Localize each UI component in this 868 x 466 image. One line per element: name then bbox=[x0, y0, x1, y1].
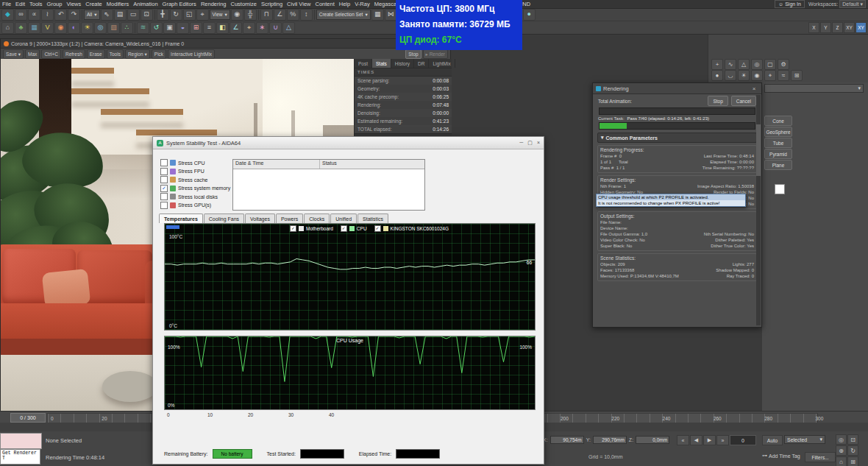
maximize-icon[interactable]: ▢ bbox=[527, 140, 533, 146]
previous-frame-button[interactable]: ◀ bbox=[690, 435, 702, 445]
select-and-rotate-icon[interactable]: ↻ bbox=[170, 9, 182, 21]
aida-tab-unified[interactable]: Unified bbox=[330, 213, 357, 223]
checkbox-stress-system-memory[interactable]: ✓Stress system memory bbox=[160, 185, 230, 192]
menu-civil-view[interactable]: Civil View bbox=[285, 1, 313, 7]
display-tab-icon[interactable]: ▢ bbox=[764, 59, 776, 70]
stop-button[interactable]: Stop bbox=[708, 96, 728, 106]
menu-scripting[interactable]: Scripting bbox=[259, 1, 285, 7]
vfb-tab-post[interactable]: Post bbox=[355, 59, 372, 68]
optimize-tool-icon[interactable]: △ bbox=[282, 22, 295, 34]
menu-help[interactable]: Help bbox=[337, 1, 352, 7]
menu-tools[interactable]: Tools bbox=[27, 1, 45, 7]
motion-tab-icon[interactable]: ◎ bbox=[751, 59, 763, 70]
vfb-stop-button[interactable]: Stop bbox=[405, 49, 421, 59]
aida-tab-voltages[interactable]: Voltages bbox=[245, 213, 275, 223]
vfb-erase-button[interactable]: Erase bbox=[87, 49, 105, 59]
rectangular-selection-icon[interactable]: ▭ bbox=[127, 9, 140, 21]
turbosmooth-icon[interactable]: ◒ bbox=[177, 22, 189, 34]
menu-file[interactable]: File bbox=[0, 1, 13, 7]
select-and-manipulate-icon[interactable]: ╬ bbox=[244, 9, 257, 21]
vfb-render-button[interactable]: ▸ Render bbox=[423, 49, 448, 59]
close-icon[interactable]: × bbox=[750, 85, 758, 92]
vray-menu-icon[interactable]: V bbox=[41, 22, 54, 34]
vfb-tab-dr[interactable]: DR bbox=[414, 59, 429, 68]
proxy-tool-icon[interactable]: ▧ bbox=[107, 22, 120, 34]
uvw-xform-icon[interactable]: ⊞ bbox=[190, 22, 202, 34]
vfb-pick-button[interactable]: Pick bbox=[152, 49, 166, 59]
menu-customize[interactable]: Customize bbox=[228, 1, 258, 7]
menu-group[interactable]: Group bbox=[45, 1, 65, 7]
vfb-interactive-lightmix-button[interactable]: Interactive LightMix bbox=[168, 49, 215, 59]
camera-tool-icon[interactable]: ◎ bbox=[94, 22, 107, 34]
menu-content[interactable]: Content bbox=[313, 1, 336, 7]
object-color-swatch[interactable] bbox=[775, 184, 785, 194]
unlink-icon[interactable]: ∝ bbox=[28, 9, 40, 21]
spacewarps-category-icon[interactable]: ≈ bbox=[778, 70, 789, 81]
angle-snap-icon[interactable]: ∠ bbox=[274, 9, 286, 21]
select-and-place-icon[interactable]: ⌖ bbox=[196, 9, 209, 21]
forest-pack-icon[interactable]: ♣ bbox=[15, 22, 27, 34]
zoom-region-icon[interactable]: ⊡ bbox=[847, 434, 858, 445]
physical-camera-icon[interactable]: ▣ bbox=[163, 22, 176, 34]
vfb-ctrl-c-button[interactable]: Ctrl+C bbox=[41, 49, 61, 59]
maxscript-listener[interactable]: Get Renderer T bbox=[0, 449, 40, 465]
bind-to-spacewarp-icon[interactable]: ≀ bbox=[41, 9, 54, 21]
key-selected-dropdown[interactable]: Selected ▾ bbox=[784, 435, 825, 444]
lights-category-icon[interactable]: ☀ bbox=[738, 70, 750, 81]
checkbox-stress-fpu[interactable]: Stress FPU bbox=[160, 168, 204, 175]
aida-tab-cooling-fans[interactable]: Cooling Fans bbox=[204, 213, 244, 223]
axis-xy-button[interactable]: XY bbox=[844, 22, 855, 33]
macro-recorder-pane[interactable] bbox=[0, 433, 42, 449]
corona-menu-icon[interactable]: ◉ bbox=[54, 22, 67, 34]
menu-graph-editors[interactable]: Graph Editors bbox=[160, 1, 199, 7]
go-to-end-button[interactable]: » bbox=[716, 435, 729, 445]
vfb-tools-button[interactable]: Tools bbox=[107, 49, 124, 59]
rendering-dialog-title-bar[interactable]: Rendering × bbox=[593, 83, 761, 94]
aida-tab-temperatures[interactable]: Temperatures bbox=[159, 213, 203, 223]
zoom-icon[interactable]: ◎ bbox=[836, 434, 847, 445]
aida-tab-statistics[interactable]: Statistics bbox=[357, 213, 388, 223]
render-production-icon[interactable]: ● bbox=[523, 9, 536, 21]
checkbox-icon[interactable] bbox=[160, 159, 168, 166]
menu-views[interactable]: Views bbox=[64, 1, 83, 7]
checkbox-icon[interactable] bbox=[160, 176, 168, 183]
checkbox-icon[interactable] bbox=[160, 193, 168, 200]
redo-icon[interactable]: ↷ bbox=[68, 9, 80, 21]
systems-category-icon[interactable]: ⊞ bbox=[791, 70, 803, 81]
vfb-title-bar[interactable]: Corona 9 | 2000×1333px (1:2) | Camera: C… bbox=[1, 39, 450, 49]
checkbox-stress-cpu[interactable]: Stress CPU bbox=[160, 159, 205, 166]
checkbox-stress-cache[interactable]: Stress cache bbox=[160, 176, 207, 183]
aida-tab-clocks[interactable]: Clocks bbox=[304, 213, 330, 223]
menu-rendering[interactable]: Rendering bbox=[199, 1, 229, 7]
geometry-category-icon[interactable]: ● bbox=[711, 70, 723, 81]
current-frame-field[interactable]: 0 bbox=[730, 435, 756, 445]
create-tab-icon[interactable]: + bbox=[711, 59, 723, 70]
menu-edit[interactable]: Edit bbox=[13, 1, 27, 7]
vfb-save-button[interactable]: Save▾ bbox=[3, 49, 24, 59]
primitives-dropdown[interactable]: ▾ bbox=[764, 84, 864, 93]
light-lister-icon[interactable]: ☀ bbox=[81, 22, 93, 34]
checkbox-icon[interactable] bbox=[160, 168, 168, 175]
select-and-scale-icon[interactable]: ◱ bbox=[183, 9, 196, 21]
z-coordinate-field[interactable]: 0,0mm bbox=[636, 436, 669, 444]
batch-tool-icon[interactable]: ≡ bbox=[203, 22, 216, 34]
object-type-pyramid[interactable]: Pyramid bbox=[764, 149, 792, 159]
vfb-region-button[interactable]: Region▾ bbox=[125, 49, 150, 59]
reference-coordinate-dropdown[interactable]: View▾ bbox=[210, 10, 230, 20]
undo-icon[interactable]: ↶ bbox=[54, 9, 67, 21]
use-pivot-center-icon[interactable]: ◉ bbox=[231, 9, 243, 21]
orbit-icon[interactable]: ↻ bbox=[847, 445, 858, 456]
working-pivot-icon[interactable]: ⌂ bbox=[1, 22, 14, 34]
relink-bitmaps-icon[interactable]: ≋ bbox=[137, 22, 149, 34]
vfb-tab-stats[interactable]: Stats bbox=[372, 59, 391, 68]
modify-tab-icon[interactable]: ∿ bbox=[725, 59, 736, 70]
aida-tab-powers[interactable]: Powers bbox=[276, 213, 303, 223]
checkbox-icon[interactable] bbox=[160, 202, 168, 209]
detach-tool-icon[interactable]: ∗ bbox=[256, 22, 268, 34]
dialog-scrollbar[interactable] bbox=[756, 95, 761, 325]
play-button[interactable]: ▶ bbox=[703, 435, 716, 445]
object-type-tube[interactable]: Tube bbox=[764, 138, 792, 148]
app-logo-icon[interactable]: ◆ bbox=[1, 9, 14, 21]
checkbox-icon[interactable]: ✓ bbox=[160, 185, 168, 192]
window-crossing-icon[interactable]: ⊡ bbox=[140, 9, 153, 21]
